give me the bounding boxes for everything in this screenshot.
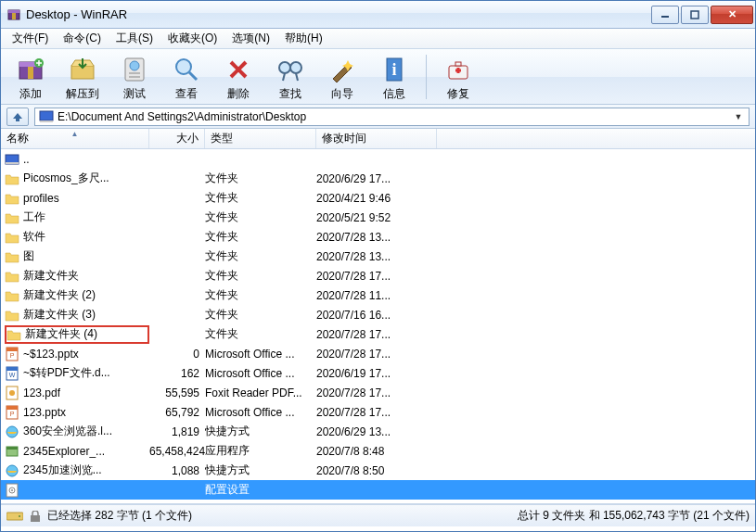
menu-file[interactable]: 文件(F) [5, 29, 56, 48]
cell-name: 工作 [5, 209, 149, 225]
cell-type: Microsoft Office ... [205, 348, 316, 361]
cell-size: 65,792 [149, 406, 205, 419]
file-name: .. [23, 153, 30, 166]
file-row[interactable]: 图文件夹2020/7/28 13... [1, 247, 755, 266]
minimize-button[interactable] [651, 6, 679, 24]
toolbar-separator [426, 55, 427, 99]
menu-tools[interactable]: 工具(S) [109, 29, 160, 48]
col-size[interactable]: 大小 [149, 129, 205, 148]
cell-date: 2020/7/28 11... [316, 289, 437, 302]
menu-options[interactable]: 选项(N) [224, 29, 277, 48]
menu-fav[interactable]: 收藏夹(O) [160, 29, 224, 48]
cell-date: 2020/7/28 17... [316, 348, 437, 361]
file-row[interactable]: 配置设置 [1, 480, 755, 500]
toolbar-add[interactable]: 添加 [8, 52, 53, 102]
svg-rect-35 [6, 406, 18, 410]
cell-type: 文件夹 [205, 287, 316, 303]
toolbar-view[interactable]: 查看 [164, 52, 209, 102]
folder-icon [5, 210, 19, 225]
cell-date: 2020/5/21 9:52 [316, 211, 437, 224]
menu-commands[interactable]: 命令(C) [56, 29, 109, 48]
cell-name: 图 [5, 248, 149, 264]
svg-rect-2 [12, 13, 16, 19]
find-icon [275, 55, 305, 84]
file-name: Picosmos_多尺... [23, 171, 109, 186]
view-icon [172, 55, 201, 84]
cell-name: 新建文件夹 (4) [5, 325, 149, 344]
toolbar-info[interactable]: i 信息 [372, 52, 416, 102]
maximize-button[interactable] [681, 6, 709, 24]
menu-help[interactable]: 帮助(H) [277, 29, 330, 48]
cell-name: 新建文件夹 (3) [5, 307, 149, 323]
file-row[interactable]: profiles文件夹2020/4/21 9:46 [1, 188, 755, 208]
col-date[interactable]: 修改时间 [316, 129, 437, 148]
cell-type: 快捷方式 [205, 424, 316, 439]
file-row[interactable]: P123.pptx65,792Microsoft Office ...2020/… [1, 402, 755, 422]
cell-name: P~$123.pptx [5, 347, 149, 361]
cell-name: 2345Explorer_... [5, 444, 149, 459]
svg-point-45 [19, 515, 20, 517]
toolbar-repair[interactable]: 修复 [436, 52, 481, 102]
cell-type: 配置设置 [205, 482, 316, 498]
col-name[interactable]: 名称 ▲ [1, 129, 149, 148]
cell-size: 65,458,424 [149, 445, 205, 458]
folder-icon [5, 191, 19, 206]
toolbar-delete[interactable]: 删除 [216, 52, 261, 102]
svg-rect-23 [40, 120, 53, 122]
file-row[interactable]: 工作文件夹2020/5/21 9:52 [1, 208, 755, 227]
toolbar-label: 查看 [175, 86, 198, 102]
svg-rect-21 [455, 62, 461, 66]
svg-rect-44 [6, 513, 23, 520]
toolbar-label: 信息 [383, 86, 405, 102]
cell-type: Microsoft Office ... [205, 367, 316, 380]
toolbar-find[interactable]: 查找 [268, 52, 313, 102]
file-row[interactable]: 新建文件夹 (3)文件夹2020/7/16 16... [1, 305, 755, 324]
cell-type: 文件夹 [205, 307, 316, 323]
cell-size: 55,595 [149, 386, 205, 399]
cell-type: 文件夹 [205, 229, 316, 245]
toolbar-wizard[interactable]: 向导 [320, 52, 365, 102]
file-list[interactable]: ..Picosmos_多尺...文件夹2020/6/29 17...profil… [1, 149, 755, 504]
file-row[interactable]: 2345加速浏览...1,088快捷方式2020/7/8 8:50 [1, 461, 755, 480]
address-dropdown-icon[interactable]: ▼ [732, 112, 745, 121]
window-title: Desktop - WinRAR [26, 7, 649, 21]
cell-name: 软件 [5, 229, 149, 245]
column-headers: 名称 ▲ 大小 类型 修改时间 [1, 129, 755, 149]
file-row[interactable]: 123.pdf55,595Foxit Reader PDF...2020/7/2… [1, 383, 755, 402]
svg-text:P: P [10, 411, 15, 417]
toolbar-label: 删除 [227, 86, 250, 102]
file-name: 图 [23, 248, 34, 264]
drive-icon [39, 110, 54, 123]
file-name: ~$123.pptx [23, 348, 79, 361]
file-row[interactable]: 软件文件夹2020/7/28 13... [1, 227, 755, 247]
col-type[interactable]: 类型 [205, 129, 316, 148]
file-row[interactable]: P~$123.pptx0Microsoft Office ...2020/7/2… [1, 344, 755, 363]
folder-icon [5, 288, 19, 303]
file-row[interactable]: 360安全浏览器.l...1,819快捷方式2020/6/29 13... [1, 422, 755, 441]
cell-type: Microsoft Office ... [205, 406, 316, 419]
file-row[interactable]: 2345Explorer_...65,458,424应用程序2020/7/8 8… [1, 441, 755, 461]
svg-point-15 [290, 62, 301, 73]
up-button[interactable] [6, 108, 29, 126]
test-icon [120, 55, 149, 84]
toolbar-test[interactable]: 测试 [112, 52, 157, 102]
file-row[interactable]: .. [1, 149, 755, 169]
address-bar[interactable]: E:\Document And Settings2\Administrator\… [34, 108, 750, 126]
cell-size: 1,819 [149, 425, 205, 438]
svg-point-43 [11, 489, 13, 491]
cell-date: 2020/7/28 17... [316, 406, 437, 419]
cell-name [5, 483, 149, 498]
file-row[interactable]: Picosmos_多尺...文件夹2020/6/29 17... [1, 169, 755, 188]
close-button[interactable]: ✕ [711, 6, 753, 24]
file-row[interactable]: 新建文件夹 (2)文件夹2020/7/28 11... [1, 285, 755, 305]
toolbar-extract[interactable]: 解压到 [60, 52, 105, 102]
svg-point-14 [279, 62, 290, 73]
file-row[interactable]: 新建文件夹 (4)文件夹2020/7/28 17... [1, 324, 755, 344]
svg-rect-1 [8, 10, 19, 13]
svg-point-33 [9, 390, 15, 396]
file-name: 2345加速浏览... [23, 462, 102, 478]
file-row[interactable]: 新建文件夹文件夹2020/7/28 17... [1, 266, 755, 285]
toolbar-label: 向导 [331, 86, 353, 102]
toolbar-label: 解压到 [66, 86, 99, 102]
file-row[interactable]: W~$转PDF文件.d...162Microsoft Office ...202… [1, 363, 755, 383]
